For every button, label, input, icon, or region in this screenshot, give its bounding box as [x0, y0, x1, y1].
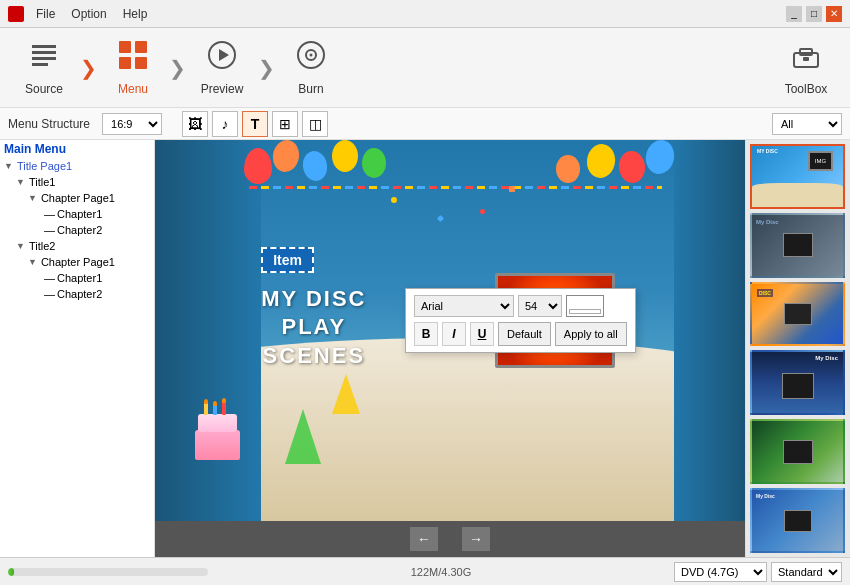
- bold-btn[interactable]: B: [414, 322, 438, 346]
- expand-arrow-5: ▼: [28, 257, 37, 267]
- aspect-ratio-select[interactable]: 16:9 4:3: [102, 113, 162, 135]
- chapter2-1-label: Chapter2: [57, 224, 102, 236]
- expand-arrow-4: ▼: [16, 241, 25, 251]
- dash4: —: [44, 288, 55, 300]
- disc-title: MY DISC PLAY SCENES: [261, 285, 366, 371]
- progress-fill: [8, 568, 14, 576]
- format-row: B I U Default Apply to all: [414, 322, 627, 346]
- toolbar-menu[interactable]: Menu: [93, 30, 173, 106]
- menu-toolbar-icon: [117, 39, 149, 78]
- tree-chapter1-1[interactable]: — Chapter1: [0, 206, 154, 222]
- chapter1-1-label: Chapter1: [57, 208, 102, 220]
- disc-title-line1: MY DISC: [261, 285, 366, 314]
- status-bar: 122M/4.30G DVD (4.7G) DVD (8.5G) Blu-ray…: [0, 557, 850, 585]
- svg-rect-5: [135, 41, 147, 53]
- svg-marker-9: [219, 49, 229, 61]
- svg-rect-0: [32, 45, 56, 48]
- cake-decoration: [190, 405, 245, 460]
- tree-title-page1[interactable]: ▼ Title Page1: [0, 158, 154, 174]
- thumbnail-2[interactable]: My Disc: [750, 213, 845, 278]
- right-wall: [674, 140, 745, 521]
- structure-label: Menu Structure: [8, 117, 90, 131]
- font-select[interactable]: Arial Times New Roman Verdana: [414, 295, 514, 317]
- sub-toolbar-right: All Disc Title Chapter: [772, 113, 842, 135]
- svg-rect-3: [32, 63, 48, 66]
- menu-preview[interactable]: Item MY DISC PLAY SCENES: [155, 140, 745, 521]
- center-panel: Item MY DISC PLAY SCENES: [155, 140, 745, 557]
- disc-type-select[interactable]: DVD (4.7G) DVD (8.5G) Blu-ray (25G): [674, 562, 767, 582]
- tree-main-menu[interactable]: Main Menu: [0, 140, 154, 158]
- preview-label: Preview: [201, 82, 244, 96]
- tree-title1[interactable]: ▼ Title1: [0, 174, 154, 190]
- next-arrow-btn[interactable]: →: [462, 527, 490, 551]
- grid-btn[interactable]: ⊞: [272, 111, 298, 137]
- image-btn[interactable]: 🖼: [182, 111, 208, 137]
- thumbnail-3[interactable]: DISC: [750, 282, 845, 347]
- color-picker[interactable]: [566, 295, 604, 317]
- party-cone: [285, 409, 321, 464]
- svg-rect-15: [803, 57, 809, 61]
- title-bar-left: File Option Help: [8, 6, 147, 22]
- tree-chapter1-2[interactable]: — Chapter1: [0, 270, 154, 286]
- toolbar-source[interactable]: Source: [4, 30, 84, 106]
- garland: [249, 186, 662, 189]
- quality-select[interactable]: Standard High Highest: [771, 562, 842, 582]
- toolbar-burn[interactable]: Burn: [271, 30, 351, 106]
- menu-file[interactable]: File: [36, 7, 55, 21]
- dash2: —: [44, 224, 55, 236]
- text-icon: T: [251, 116, 260, 132]
- disc-title-line2: PLAY: [261, 313, 366, 342]
- close-button[interactable]: ✕: [826, 6, 842, 22]
- dash1: —: [44, 208, 55, 220]
- maximize-button[interactable]: □: [806, 6, 822, 22]
- apply-all-btn[interactable]: Apply to all: [555, 322, 627, 346]
- preview-icon: [206, 39, 238, 78]
- minimize-button[interactable]: _: [786, 6, 802, 22]
- underline-btn[interactable]: U: [470, 322, 494, 346]
- toolbox-icon: [790, 39, 822, 78]
- balloon-green-1: [362, 148, 386, 178]
- title2-label: Title2: [29, 240, 56, 252]
- dash3: —: [44, 272, 55, 284]
- menu-help[interactable]: Help: [123, 7, 148, 21]
- chapter-page1-1-label: Chapter Page1: [41, 192, 115, 204]
- confetti-2: [480, 209, 485, 214]
- toolbar-toolbox[interactable]: ToolBox: [766, 30, 846, 106]
- prev-arrow-btn[interactable]: ←: [410, 527, 438, 551]
- svg-point-12: [310, 54, 313, 57]
- thumbnail-4[interactable]: My Disc: [750, 350, 845, 415]
- source-label: Source: [25, 82, 63, 96]
- italic-btn[interactable]: I: [442, 322, 466, 346]
- thumbnail-5[interactable]: [750, 419, 845, 484]
- toolbar-preview[interactable]: Preview: [182, 30, 262, 106]
- thumbnail-6[interactable]: My Disc: [750, 488, 845, 553]
- tree-title2[interactable]: ▼ Title2: [0, 238, 154, 254]
- menu-option[interactable]: Option: [71, 7, 106, 21]
- progress-bar: [8, 568, 208, 576]
- chapter2-2-label: Chapter2: [57, 288, 102, 300]
- party-cone-2: [332, 374, 360, 414]
- font-size-select[interactable]: 54 12 18 24 36 48 72: [518, 295, 562, 317]
- tree-chapter-page1-2[interactable]: ▼ Chapter Page1: [0, 254, 154, 270]
- music-icon: ♪: [222, 116, 229, 132]
- thumbnail-1[interactable]: IMG MY DISC: [750, 144, 845, 209]
- right-panel: IMG MY DISC My Disc DISC My Disc: [745, 140, 850, 557]
- menu-bar: File Option Help: [36, 7, 147, 21]
- music-btn[interactable]: ♪: [212, 111, 238, 137]
- main-content: Main Menu ▼ Title Page1 ▼ Title1 ▼ Chapt…: [0, 140, 850, 557]
- default-btn[interactable]: Default: [498, 322, 551, 346]
- layers-btn[interactable]: ◫: [302, 111, 328, 137]
- expand-arrow-3: ▼: [28, 193, 37, 203]
- text-btn[interactable]: T: [242, 111, 268, 137]
- filter-select[interactable]: All Disc Title Chapter: [772, 113, 842, 135]
- window-controls: _ □ ✕: [786, 6, 842, 22]
- sub-toolbar: Menu Structure 16:9 4:3 🖼 ♪ T ⊞ ◫ All Di…: [0, 108, 850, 140]
- image-icon: 🖼: [188, 116, 202, 132]
- chapter-page1-2-label: Chapter Page1: [41, 256, 115, 268]
- item-box[interactable]: Item: [261, 247, 314, 273]
- tree-chapter2-2[interactable]: — Chapter2: [0, 286, 154, 302]
- main-menu-label: Main Menu: [4, 142, 66, 156]
- tree-chapter-page1-1[interactable]: ▼ Chapter Page1: [0, 190, 154, 206]
- tree-chapter2-1[interactable]: — Chapter2: [0, 222, 154, 238]
- title-bar: File Option Help _ □ ✕: [0, 0, 850, 28]
